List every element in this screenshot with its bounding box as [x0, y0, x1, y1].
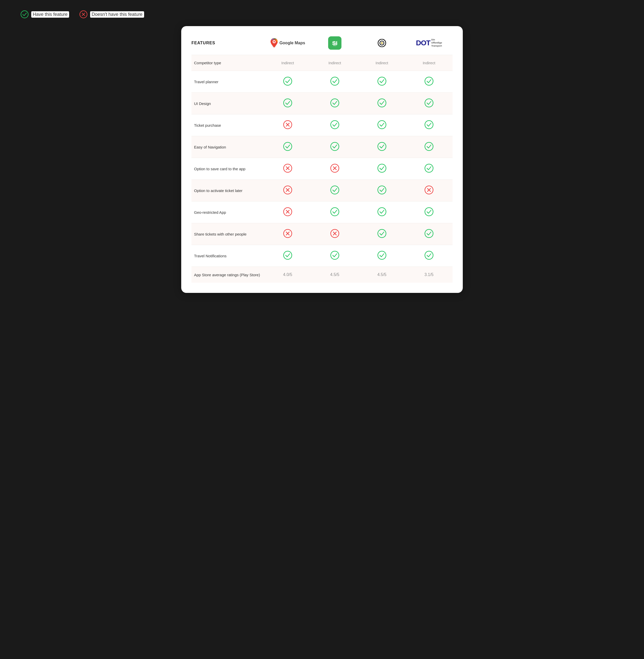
- feature-value-cell: [311, 71, 358, 93]
- svg-point-14: [331, 77, 339, 85]
- feature-value-cell: [264, 136, 311, 158]
- svg-point-42: [331, 186, 339, 194]
- svg-point-6: [273, 41, 275, 43]
- cross-icon-legend: [79, 10, 88, 18]
- feature-value-cell: 4.5/5: [358, 267, 406, 283]
- feature-value-cell: [406, 158, 453, 180]
- feature-value-cell: [264, 114, 311, 136]
- check-icon: [283, 76, 292, 86]
- cross-icon: [283, 164, 292, 173]
- svg-point-52: [425, 208, 433, 216]
- feature-value-cell: [264, 245, 311, 267]
- check-icon: [424, 207, 434, 216]
- check-icon: [283, 142, 292, 151]
- feature-value-cell: [406, 223, 453, 245]
- table-row: Travel planner: [191, 71, 453, 93]
- feature-value-cell: [358, 158, 406, 180]
- feature-value-cell: [358, 223, 406, 245]
- cross-icon: [283, 185, 292, 195]
- feature-value-cell: Indirect: [406, 55, 453, 71]
- check-icon: [377, 251, 387, 260]
- table-header-row: FEATURES Google Maps: [191, 36, 453, 55]
- feature-value-cell: [358, 114, 406, 136]
- svg-point-61: [283, 251, 292, 259]
- feature-value-cell: [358, 245, 406, 267]
- feature-value-cell: [311, 245, 358, 267]
- svg-point-0: [21, 11, 28, 18]
- cross-icon: [283, 120, 292, 129]
- feature-value-cell: [406, 93, 453, 114]
- feature-value-cell: [264, 158, 311, 180]
- cross-icon: [283, 229, 292, 238]
- feature-value-cell: [264, 223, 311, 245]
- check-icon-legend: [21, 10, 29, 18]
- dot-subtitle: Din Offentlige Transport: [431, 39, 442, 47]
- feature-value-cell: [406, 245, 453, 267]
- feature-name-cell: Easy of Navigation: [191, 136, 264, 158]
- feature-value-cell: 4.5/5: [311, 267, 358, 283]
- svg-point-26: [425, 120, 433, 129]
- table-row: Option to save card to the app: [191, 158, 453, 180]
- svg-point-13: [283, 77, 292, 85]
- check-icon: [330, 120, 339, 129]
- check-icon: [377, 98, 387, 108]
- rejsekort-logo-icon: [374, 39, 389, 47]
- dot-logo: DOT Din Offentlige Transport: [406, 39, 453, 47]
- check-icon: [330, 207, 339, 216]
- feature-value-cell: [311, 93, 358, 114]
- legend-have-label: Have this feature: [31, 11, 69, 18]
- table-row: Option to activate ticket later: [191, 180, 453, 202]
- feature-value-cell: [406, 180, 453, 202]
- feature-value-cell: Indirect: [264, 55, 311, 71]
- feature-value-cell: [358, 71, 406, 93]
- feature-value-cell: [264, 202, 311, 223]
- svg-point-27: [283, 142, 292, 151]
- comparison-card: FEATURES Google Maps: [181, 26, 463, 293]
- feature-value-cell: [358, 136, 406, 158]
- feature-value-cell: [264, 71, 311, 93]
- check-icon: [283, 98, 292, 108]
- svg-point-17: [283, 99, 292, 107]
- dot-logo-text: DOT: [416, 39, 430, 47]
- svg-point-60: [425, 229, 433, 237]
- check-icon: [377, 120, 387, 129]
- feature-value-cell: 4.0/5: [264, 267, 311, 283]
- feature-value-cell: [311, 223, 358, 245]
- cross-icon: [330, 164, 339, 173]
- feature-name-cell: Competitor type: [191, 55, 264, 71]
- svg-point-25: [378, 120, 386, 129]
- google-maps-logo: Google Maps: [264, 38, 311, 48]
- feature-value-cell: [406, 114, 453, 136]
- table-row: UI Design: [191, 93, 453, 114]
- svg-point-12: [382, 43, 382, 44]
- check-icon: [424, 251, 434, 260]
- table-row: Easy of Navigation: [191, 136, 453, 158]
- svg-point-18: [331, 99, 339, 107]
- check-icon: [424, 120, 434, 129]
- si-logo-icon: SI: [328, 36, 342, 50]
- svg-point-59: [378, 229, 386, 237]
- table-row: Ticket purchase: [191, 114, 453, 136]
- svg-point-19: [378, 99, 386, 107]
- check-icon: [424, 164, 434, 173]
- table-row: Share tickets with other people: [191, 223, 453, 245]
- feature-value-cell: [406, 71, 453, 93]
- legend-dont: Doesn't have this feature: [79, 10, 144, 18]
- svg-point-29: [378, 142, 386, 151]
- check-icon: [377, 229, 387, 238]
- svg-point-51: [378, 208, 386, 216]
- feature-name-cell: Option to save card to the app: [191, 158, 264, 180]
- legend-have: Have this feature: [21, 10, 69, 18]
- feature-name-cell: Travel planner: [191, 71, 264, 93]
- feature-name-cell: Travel Notifications: [191, 245, 264, 267]
- svg-point-43: [378, 186, 386, 194]
- svg-point-28: [331, 142, 339, 151]
- check-icon: [330, 98, 339, 108]
- feature-name-cell: App Store average ratings (Play Store): [191, 267, 264, 283]
- svg-point-38: [425, 164, 433, 172]
- brand-header-rejsekort: [358, 36, 406, 55]
- feature-value-cell: [358, 93, 406, 114]
- feature-value-cell: Indirect: [311, 55, 358, 71]
- check-icon: [330, 76, 339, 86]
- check-icon: [424, 229, 434, 238]
